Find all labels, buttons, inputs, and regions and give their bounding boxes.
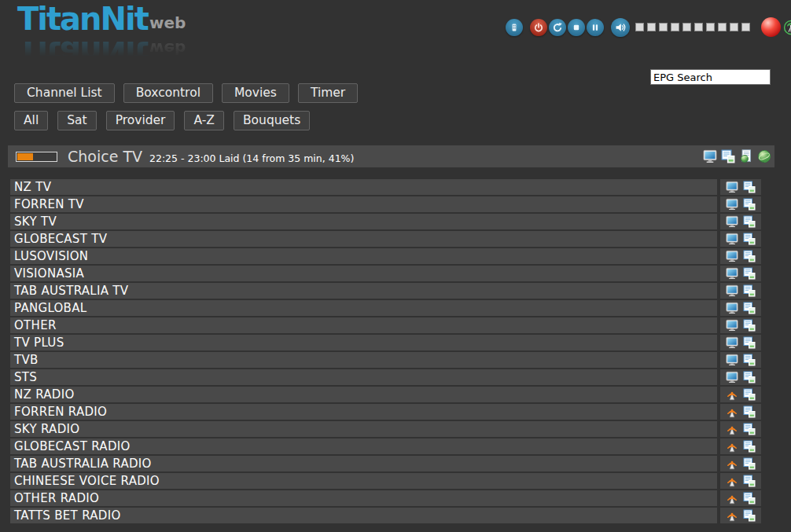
epg-icon[interactable] bbox=[743, 233, 756, 245]
nav-timer-button[interactable]: Timer bbox=[298, 83, 358, 103]
tv-icon[interactable] bbox=[726, 319, 738, 332]
channel-name[interactable]: OTHER RADIO bbox=[10, 490, 717, 506]
channel-row[interactable]: NZ TV bbox=[10, 179, 761, 195]
tv-icon[interactable] bbox=[726, 250, 738, 262]
volume-step[interactable] bbox=[694, 23, 703, 31]
radio-icon[interactable] bbox=[726, 440, 738, 453]
channel-name[interactable]: SKY RADIO bbox=[10, 421, 717, 437]
channel-name[interactable]: LUSOVISION bbox=[10, 248, 717, 264]
channel-name[interactable]: TV PLUS bbox=[10, 335, 717, 350]
epg-icon[interactable] bbox=[743, 181, 756, 193]
filter-all-button[interactable]: All bbox=[14, 111, 48, 130]
epg-icon[interactable] bbox=[743, 371, 756, 383]
channel-name[interactable]: NZ RADIO bbox=[10, 387, 717, 402]
volume-step[interactable] bbox=[730, 23, 738, 31]
channel-row[interactable]: TVB bbox=[10, 352, 761, 368]
epg-icon[interactable] bbox=[743, 405, 756, 418]
channel-row[interactable]: CHINEESE VOICE RADIO bbox=[10, 473, 761, 489]
channel-name[interactable]: TVB bbox=[10, 352, 717, 368]
nav-boxcontrol-button[interactable]: Boxcontrol bbox=[123, 83, 213, 103]
channel-name[interactable]: OTHER bbox=[10, 317, 717, 333]
channel-name[interactable]: FORREN RADIO bbox=[10, 404, 717, 420]
channel-row[interactable]: SKY RADIO bbox=[10, 421, 761, 437]
filter-bouquets-button[interactable]: Bouquets bbox=[234, 111, 310, 130]
channel-row[interactable]: TAB AUSTRALIA TV bbox=[10, 283, 761, 299]
epg-icon[interactable] bbox=[743, 457, 756, 470]
channel-name[interactable]: VISIONASIA bbox=[10, 266, 717, 281]
tv-icon[interactable] bbox=[726, 336, 738, 349]
radio-icon[interactable] bbox=[726, 423, 738, 435]
epg-icon[interactable] bbox=[743, 215, 756, 228]
epg-icon[interactable] bbox=[743, 388, 756, 401]
tv-icon[interactable] bbox=[726, 181, 738, 193]
pause-button[interactable] bbox=[587, 19, 604, 36]
channel-row[interactable]: STS bbox=[10, 369, 761, 385]
channel-name[interactable]: FORREN TV bbox=[10, 196, 717, 212]
epg-search-input[interactable] bbox=[650, 69, 771, 85]
channel-name[interactable]: TAB AUSTRALIA TV bbox=[10, 283, 717, 299]
radio-icon[interactable] bbox=[726, 475, 738, 487]
volume-step[interactable] bbox=[718, 23, 727, 31]
channel-row[interactable]: TV PLUS bbox=[10, 335, 761, 350]
epg-icon[interactable] bbox=[743, 284, 756, 297]
channel-name[interactable]: GLOBECAST TV bbox=[10, 231, 717, 247]
web-icon[interactable] bbox=[757, 149, 771, 163]
channel-row[interactable]: FORREN TV bbox=[10, 196, 761, 212]
volume-step[interactable] bbox=[741, 23, 750, 31]
tv-icon[interactable] bbox=[726, 215, 738, 228]
epg-icon[interactable] bbox=[743, 475, 756, 487]
tv-icon[interactable] bbox=[726, 198, 738, 211]
epg-icon[interactable] bbox=[743, 302, 756, 314]
stream-icon[interactable] bbox=[739, 149, 753, 163]
stop-button[interactable] bbox=[568, 19, 585, 36]
channel-row[interactable]: OTHER bbox=[10, 317, 761, 333]
channel-row[interactable]: PANGLOBAL bbox=[10, 300, 761, 316]
channel-name[interactable]: SKY TV bbox=[10, 214, 717, 229]
channel-row[interactable]: VISIONASIA bbox=[10, 266, 761, 281]
refresh-button[interactable] bbox=[549, 19, 566, 36]
channel-row[interactable]: GLOBECAST RADIO bbox=[10, 438, 761, 454]
channel-row[interactable]: NZ RADIO bbox=[10, 387, 761, 402]
epg-icon[interactable] bbox=[743, 509, 756, 522]
channel-row[interactable]: OTHER RADIO bbox=[10, 490, 761, 506]
channel-name[interactable]: NZ TV bbox=[10, 179, 717, 195]
volume-step[interactable] bbox=[647, 23, 656, 31]
volume-step[interactable] bbox=[659, 23, 668, 31]
channel-name[interactable]: STS bbox=[10, 369, 717, 385]
radio-icon[interactable] bbox=[726, 388, 738, 401]
tv-icon[interactable] bbox=[726, 302, 738, 314]
radio-icon[interactable] bbox=[726, 492, 738, 504]
nav-movies-button[interactable]: Movies bbox=[222, 83, 289, 103]
channel-name[interactable]: PANGLOBAL bbox=[10, 300, 717, 316]
radio-icon[interactable] bbox=[726, 509, 738, 522]
channel-row[interactable]: LUSOVISION bbox=[10, 248, 761, 264]
channel-row[interactable]: FORREN RADIO bbox=[10, 404, 761, 420]
channel-name[interactable]: GLOBECAST RADIO bbox=[10, 438, 717, 454]
epg-icon[interactable] bbox=[743, 250, 756, 262]
channel-row[interactable]: TATTS BET RADIO bbox=[10, 508, 761, 523]
epg-icon[interactable] bbox=[743, 354, 756, 366]
epg-icon[interactable] bbox=[743, 267, 756, 280]
tv-icon[interactable] bbox=[726, 233, 738, 245]
epg-icon[interactable] bbox=[743, 198, 756, 211]
filter-provider-button[interactable]: Provider bbox=[106, 111, 175, 130]
epg-icon[interactable] bbox=[743, 336, 756, 349]
epg-icon[interactable] bbox=[743, 319, 756, 332]
volume-step[interactable] bbox=[671, 23, 679, 31]
tv-icon[interactable] bbox=[726, 371, 738, 383]
channel-name[interactable]: TAB AUSTRALIA RADIO bbox=[10, 456, 717, 471]
volume-step[interactable] bbox=[682, 23, 691, 31]
nav-channel-list-button[interactable]: Channel List bbox=[14, 83, 115, 103]
filter-sat-button[interactable]: Sat bbox=[57, 111, 96, 130]
radio-icon[interactable] bbox=[726, 457, 738, 470]
channel-name[interactable]: TATTS BET RADIO bbox=[10, 508, 717, 523]
epg-icon[interactable] bbox=[743, 423, 756, 435]
epg-icon[interactable] bbox=[721, 149, 735, 163]
volume-step[interactable] bbox=[635, 23, 644, 31]
filter-a-z-button[interactable]: A-Z bbox=[184, 111, 223, 130]
volume-step[interactable] bbox=[706, 23, 715, 31]
tv-icon[interactable] bbox=[726, 267, 738, 280]
channel-name[interactable]: CHINEESE VOICE RADIO bbox=[10, 473, 717, 489]
epg-icon[interactable] bbox=[743, 492, 756, 504]
tv-icon[interactable] bbox=[726, 284, 738, 297]
